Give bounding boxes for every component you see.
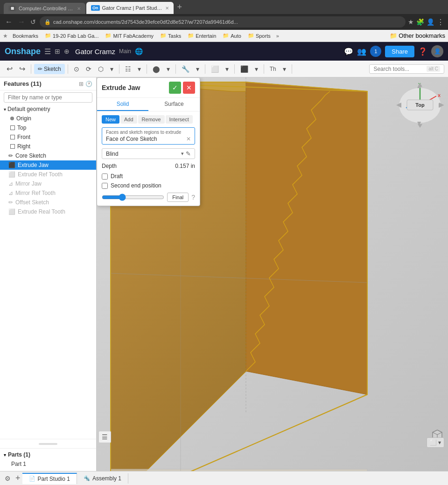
- feature-list-icon[interactable]: ⊞: [55, 48, 60, 55]
- notification-icon[interactable]: 1: [370, 46, 381, 57]
- search-tools-container[interactable]: alt C: [369, 64, 444, 74]
- sketch-button[interactable]: ✏ Sketch: [34, 64, 65, 74]
- bm-other[interactable]: 📁 Other bookmarks: [390, 32, 445, 39]
- add-studio-button[interactable]: +: [14, 473, 22, 483]
- new-tab-button[interactable]: +: [175, 1, 185, 13]
- view-style-toggle[interactable]: ⬜ ▾: [427, 437, 444, 448]
- bm-sports[interactable]: 📁 Sports: [245, 32, 273, 40]
- subtab-add[interactable]: Add: [120, 115, 137, 124]
- toolbar-dropdown-1[interactable]: ▾: [107, 63, 116, 75]
- feature-item-front[interactable]: Front: [0, 132, 96, 142]
- feature-item-top[interactable]: Top: [0, 123, 96, 132]
- subtab-intersect[interactable]: Intersect: [166, 115, 193, 124]
- bm-auto[interactable]: 📁 Auto: [220, 32, 244, 40]
- feature-list-icon-bottom[interactable]: ☰: [98, 431, 111, 443]
- gizmo-right-arrow[interactable]: ▶: [439, 101, 444, 108]
- bm-overflow[interactable]: »: [274, 32, 281, 40]
- feature-item-extrude-ref-tooth[interactable]: ⬜ Extrude Ref Tooth: [0, 170, 96, 179]
- chat-icon[interactable]: 💬: [344, 47, 353, 56]
- toolbar-btn-2[interactable]: ⟳: [83, 63, 94, 75]
- address-bar[interactable]: 🔒 cad.onshape.com/documents/2d7543de39ef…: [40, 16, 406, 28]
- bm-bookmarks[interactable]: Bookmarks: [10, 32, 41, 40]
- tab-solid[interactable]: Solid: [97, 98, 148, 111]
- extensions-icon[interactable]: 🧩: [416, 18, 424, 26]
- collaborate-icon[interactable]: 👥: [357, 47, 366, 56]
- toolbar-btn-8[interactable]: ⬛: [238, 63, 251, 75]
- user-avatar[interactable]: 👤: [431, 45, 443, 57]
- hamburger-menu[interactable]: ☰: [44, 47, 51, 56]
- face-clear-button[interactable]: ✕: [186, 136, 191, 142]
- profile-icon[interactable]: 👤: [427, 18, 434, 26]
- bm-mit[interactable]: 📁 MIT FabAcademy: [102, 32, 156, 40]
- active-tab-close[interactable]: ✕: [165, 6, 169, 11]
- dialog-cancel-button[interactable]: ✕: [183, 82, 195, 94]
- type-edit-icon[interactable]: ✎: [186, 150, 191, 157]
- tab-assembly[interactable]: 🔩 Assembly 1: [77, 473, 128, 484]
- search-tools-input[interactable]: [373, 66, 425, 72]
- help-icon[interactable]: ❓: [418, 47, 427, 56]
- bm-mit-label: MIT FabAcademy: [113, 33, 154, 39]
- redo-button[interactable]: ↪: [16, 62, 28, 75]
- scroll-indicator[interactable]: [39, 443, 57, 445]
- forward-button[interactable]: →: [16, 18, 27, 26]
- feature-item-extrude-real-tooth[interactable]: ⬜ Extrude Real Tooth: [0, 207, 96, 216]
- undo-button[interactable]: ↩: [4, 62, 15, 75]
- toolbar-btn-3[interactable]: ⬡: [95, 63, 106, 75]
- feature-item-core-sketch[interactable]: ✏ Core Sketch: [0, 151, 96, 160]
- type-selector[interactable]: Blind ▾ ✎: [102, 148, 195, 159]
- face-selector[interactable]: Faces and sketch regions to extrude Face…: [102, 127, 195, 145]
- feature-item-mirror-ref-tooth[interactable]: ⊿ Mirror Ref Tooth: [0, 188, 96, 198]
- gizmo-up-arrow[interactable]: ▲: [416, 82, 422, 90]
- default-geometry-header[interactable]: ▾ Default geometry: [0, 104, 96, 114]
- toolbar-btn-7[interactable]: ⬜: [208, 63, 222, 75]
- toolbar-btn-4[interactable]: ☷: [122, 63, 134, 75]
- globe-icon[interactable]: 🌐: [135, 48, 143, 55]
- draft-checkbox[interactable]: [102, 173, 108, 180]
- toolbar-dropdown-5[interactable]: ▾: [223, 63, 231, 75]
- settings-icon[interactable]: ⚙: [2, 475, 14, 482]
- final-button[interactable]: Final: [167, 193, 189, 202]
- toolbar-th-btn[interactable]: Th: [267, 64, 279, 74]
- part-1-item[interactable]: Part 1: [4, 460, 92, 468]
- subtab-new[interactable]: New: [102, 115, 119, 124]
- parts-section: ▾ Parts (1) Part 1: [0, 448, 96, 471]
- reload-button[interactable]: ↺: [29, 18, 37, 26]
- feature-item-extrude-jaw[interactable]: ⬛ Extrude Jaw: [0, 160, 96, 170]
- gizmo-down-arrow[interactable]: ▼: [416, 119, 422, 127]
- toolbar-dropdown-4[interactable]: ▾: [193, 63, 202, 75]
- toolbar-btn-6[interactable]: 🔧: [179, 63, 192, 75]
- depth-slider[interactable]: [102, 194, 164, 201]
- feature-history-btn[interactable]: 🕐: [85, 81, 92, 87]
- bm-fablab[interactable]: 📁 19-20 Fab Lab Ga...: [42, 32, 101, 40]
- dialog-ok-button[interactable]: ✓: [169, 82, 181, 94]
- inactive-tab-1[interactable]: 🔲 Computer-Controlled Cutting... ✕: [4, 3, 85, 14]
- toolbar-dropdown-2[interactable]: ▾: [135, 63, 144, 75]
- toolbar-dropdown-7[interactable]: ▾: [280, 63, 289, 75]
- toolbar-btn-1[interactable]: ⊙: [71, 63, 82, 75]
- back-button[interactable]: ←: [4, 18, 14, 26]
- active-tab[interactable]: On Gator Cramz | Part Studio 1 ✕: [86, 2, 174, 14]
- subtab-remove[interactable]: Remove: [138, 115, 165, 124]
- dialog-help-button[interactable]: ?: [191, 194, 195, 201]
- toolbar-btn-5[interactable]: ⬤: [150, 63, 163, 75]
- feature-filter-input[interactable]: [4, 92, 92, 103]
- toolbar-dropdown-6[interactable]: ▾: [252, 63, 261, 75]
- add-feature-icon[interactable]: ⊕: [64, 48, 70, 55]
- feature-item-mirror-jaw[interactable]: ⊿ Mirror Jaw: [0, 179, 96, 188]
- feature-item-offset-sketch[interactable]: ✏ Offset Sketch: [0, 198, 96, 207]
- feature-filter-btn[interactable]: ⊞: [79, 81, 84, 87]
- feature-item-origin[interactable]: Origin: [0, 114, 96, 123]
- bookmark-icon[interactable]: ★: [408, 18, 414, 26]
- toolbar-dropdown-3[interactable]: ▾: [164, 63, 173, 75]
- bm-tasks-label: Tasks: [168, 33, 181, 39]
- bm-entertain[interactable]: 📁 Entertain: [185, 32, 219, 40]
- share-button[interactable]: Share: [385, 46, 414, 57]
- tab1-close[interactable]: ✕: [77, 6, 81, 11]
- tab-surface[interactable]: Surface: [148, 98, 200, 111]
- gizmo-left-arrow[interactable]: ◀: [396, 101, 401, 108]
- second-end-checkbox[interactable]: [102, 183, 108, 189]
- bm-tasks[interactable]: 📁 Tasks: [157, 32, 184, 40]
- feature-item-right[interactable]: Right: [0, 142, 96, 151]
- menu-icon[interactable]: ⋮: [437, 18, 444, 27]
- tab-part-studio[interactable]: 📄 Part Studio 1: [22, 473, 77, 484]
